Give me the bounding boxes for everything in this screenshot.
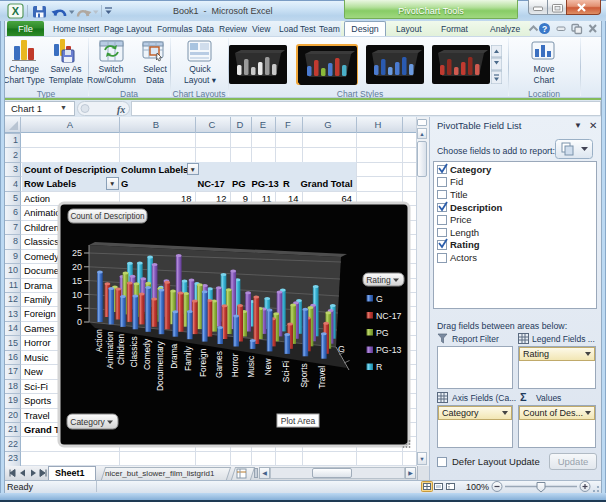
svg-text:Family: Family [183,345,193,370]
svg-text:Classics: Classics [129,336,139,367]
svg-text:25: 25 [72,248,82,258]
svg-text:20: 20 [72,262,82,272]
svg-text:Count of Description: Count of Description [70,212,145,221]
svg-text:Comedy: Comedy [142,338,152,370]
svg-text:Sci-Fi: Sci-Fi [281,361,291,383]
svg-text:10: 10 [72,290,82,300]
svg-text:Rating: Rating [366,275,391,285]
svg-text:Horror: Horror [230,353,240,377]
svg-text:Documentary: Documentary [155,340,165,391]
svg-text:G: G [338,344,345,354]
svg-text:0: 0 [77,317,82,327]
svg-text:5: 5 [77,303,82,313]
svg-text:R: R [376,362,382,372]
svg-text:G: G [376,294,383,304]
svg-text:Animation: Animation [105,331,115,369]
svg-text:?: ? [542,24,547,34]
svg-text:15: 15 [72,276,82,286]
svg-text:PG: PG [376,328,389,338]
svg-text:Music: Music [246,356,256,378]
svg-text:Games: Games [214,351,224,378]
svg-text:Travel: Travel [317,366,327,389]
svg-text:Category: Category [70,417,105,427]
svg-text:Foreign: Foreign [198,348,208,377]
svg-text:Sports: Sports [299,363,309,387]
svg-text:Drama: Drama [169,343,179,368]
svg-text:NC-17: NC-17 [376,311,402,321]
svg-text:fx: fx [117,104,125,115]
svg-text:Children: Children [117,334,127,366]
svg-text:Action: Action [94,329,104,353]
svg-text:Plot Area: Plot Area [281,416,316,426]
svg-text:X: X [12,5,20,17]
svg-text:New: New [263,357,273,375]
svg-text:PG-13: PG-13 [376,345,402,355]
